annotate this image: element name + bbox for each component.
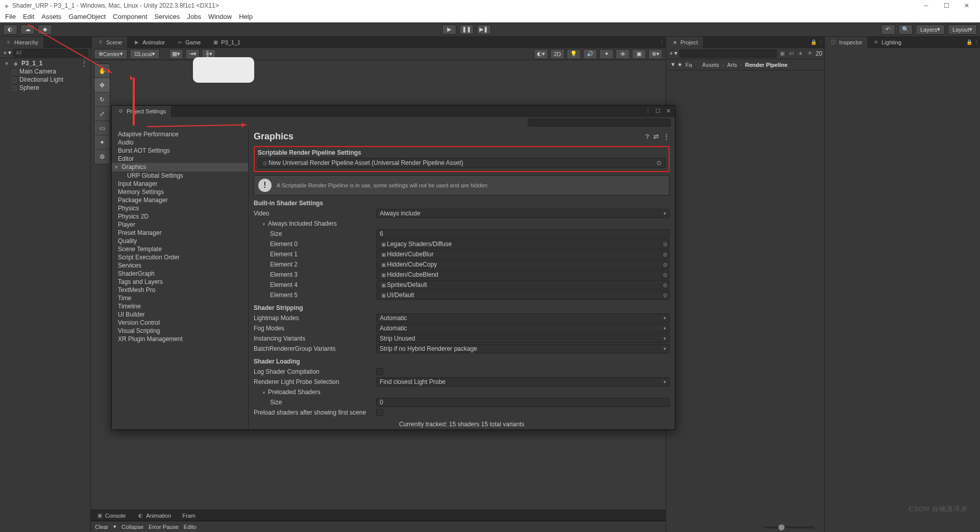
- sidebar-item-graphics[interactable]: ▼ Graphics: [112, 163, 248, 172]
- shader-field[interactable]: ▣Hidden/CubeBlend⊙: [376, 270, 670, 279]
- tab-menu-icon[interactable]: ⋮: [658, 39, 666, 46]
- preset-icon[interactable]: ⇄: [653, 133, 659, 140]
- undo-history-icon[interactable]: ↶: [881, 25, 895, 35]
- tab-menu-icon[interactable]: ⋮: [973, 39, 980, 46]
- space-dropdown[interactable]: ⊡Local ▾: [130, 49, 160, 59]
- account-icon[interactable]: ◐: [3, 25, 17, 35]
- close-button[interactable]: ✕: [957, 2, 977, 9]
- fx-toggle-icon[interactable]: ✦: [599, 49, 614, 59]
- sidebar-item[interactable]: Quality: [112, 237, 248, 245]
- main-menu-bar[interactable]: File Edit Assets GameObject Component Se…: [0, 11, 980, 22]
- lock-icon[interactable]: 🔒: [966, 39, 973, 46]
- layers-dropdown[interactable]: Layers ▾: [916, 25, 945, 35]
- maximize-icon[interactable]: ☐: [653, 107, 663, 116]
- object-picker-icon[interactable]: ⊙: [663, 293, 667, 298]
- tab-animator[interactable]: ▶Animator: [128, 37, 170, 48]
- project-tab[interactable]: ■Project: [666, 37, 703, 48]
- sidebar-item[interactable]: Editor: [112, 155, 248, 163]
- sidebar-item[interactable]: Scene Template: [112, 245, 248, 253]
- cloud-icon[interactable]: ☁: [20, 25, 35, 35]
- preloaded-size-field[interactable]: 0: [376, 398, 670, 407]
- editor-toggle[interactable]: Edito: [184, 524, 197, 530]
- rect-tool-icon[interactable]: ▭: [94, 121, 110, 135]
- sidebar-item-urp-global[interactable]: URP Global Settings: [112, 172, 248, 180]
- manage-icon[interactable]: ◆: [38, 25, 52, 35]
- menu-component[interactable]: Component: [113, 13, 147, 20]
- object-picker-icon[interactable]: ⊙: [655, 159, 663, 166]
- menu-file[interactable]: File: [5, 13, 16, 20]
- tab-game[interactable]: ∞Game: [171, 37, 206, 48]
- hidden-toggle-icon[interactable]: 👁: [616, 49, 630, 59]
- instancing-variants-dropdown[interactable]: Strip Unused: [376, 334, 670, 343]
- tab-scene-asset[interactable]: ▣P3_1_1: [207, 37, 246, 48]
- error-pause-toggle[interactable]: Error Pause: [149, 524, 179, 530]
- create-dropdown[interactable]: ＋▾: [668, 49, 677, 58]
- object-picker-icon[interactable]: ⊙: [663, 252, 667, 257]
- log-shader-compilation-checkbox[interactable]: [376, 368, 383, 375]
- draw-mode-icon[interactable]: ◐▾: [534, 49, 548, 59]
- lighting-toggle-icon[interactable]: 💡: [567, 49, 581, 59]
- close-icon[interactable]: ✕: [664, 107, 673, 116]
- tab-scene[interactable]: #Scene: [92, 37, 127, 48]
- always-included-header[interactable]: Always Included Shaders: [254, 220, 376, 227]
- sidebar-item[interactable]: XR Plugin Management: [112, 335, 248, 343]
- scale-tool-icon[interactable]: ⤢: [94, 107, 110, 121]
- hierarchy-item[interactable]: ⬚Sphere: [0, 84, 90, 92]
- project-search-input[interactable]: [679, 50, 777, 58]
- play-button[interactable]: ▶: [442, 25, 456, 35]
- renderer-light-probe-dropdown[interactable]: Find closest Light Probe: [376, 377, 670, 386]
- fog-modes-dropdown[interactable]: Automatic: [376, 324, 670, 333]
- filter-by-label-icon[interactable]: 🏷: [788, 50, 795, 57]
- sidebar-item[interactable]: Memory Settings: [112, 188, 248, 196]
- sidebar-item[interactable]: Adaptive Performance: [112, 130, 248, 138]
- sidebar-item[interactable]: Time: [112, 294, 248, 302]
- search-icon[interactable]: 🔍: [898, 25, 913, 35]
- hidden-count-icon[interactable]: 👁: [806, 50, 814, 57]
- settings-content[interactable]: Graphics ? ⇄ ⋮ Scriptable Render Pipelin…: [249, 128, 675, 429]
- sidebar-item[interactable]: Player: [112, 221, 248, 229]
- audio-toggle-icon[interactable]: 🔊: [583, 49, 597, 59]
- rotate-tool-icon[interactable]: ↻: [94, 92, 110, 107]
- camera-frame-icon[interactable]: ▣: [632, 49, 646, 59]
- settings-category-list[interactable]: Adaptive Performance Audio Burst AOT Set…: [112, 128, 249, 429]
- sidebar-item[interactable]: Input Manager: [112, 180, 248, 188]
- sidebar-item[interactable]: ShaderGraph: [112, 270, 248, 278]
- breadcrumb-item[interactable]: Assets: [702, 62, 719, 68]
- foldout-icon[interactable]: ▼: [3, 60, 10, 67]
- hierarchy-tab[interactable]: ≡ Hierarchy: [0, 37, 43, 48]
- menu-assets[interactable]: Assets: [41, 13, 61, 20]
- hierarchy-item[interactable]: ⬚Main Camera: [0, 67, 90, 76]
- sidebar-item[interactable]: Services: [112, 261, 248, 270]
- scene-row[interactable]: ▼ ◈ P3_1_1 ⋮: [0, 59, 90, 67]
- sidebar-item[interactable]: Tags and Layers: [112, 278, 248, 286]
- collapse-toggle[interactable]: Collapse: [121, 524, 143, 530]
- shader-field[interactable]: ▣UI/Default⊙: [376, 291, 670, 300]
- object-picker-icon[interactable]: ⊙: [663, 262, 667, 268]
- pause-button[interactable]: ❚❚: [459, 25, 474, 35]
- menu-window[interactable]: Window: [208, 13, 232, 20]
- tab-console[interactable]: ▣Console: [91, 510, 131, 521]
- foldout-icon[interactable]: ▼: [113, 164, 120, 171]
- sidebar-item[interactable]: Visual Scripting: [112, 327, 248, 335]
- preload-after-scene-checkbox[interactable]: [376, 409, 383, 416]
- sidebar-item[interactable]: Package Manager: [112, 196, 248, 204]
- breadcrumb-item[interactable]: Render Pipeline: [745, 62, 788, 68]
- shader-field[interactable]: ▣Sprites/Default⊙: [376, 280, 670, 289]
- sidebar-item[interactable]: Version Control: [112, 319, 248, 327]
- shader-field[interactable]: ▣Legacy Shaders/Diffuse⊙: [376, 239, 670, 249]
- save-search-icon[interactable]: ★: [797, 50, 804, 57]
- menu-gameobject[interactable]: GameObject: [68, 13, 106, 20]
- sidebar-item[interactable]: Physics: [112, 204, 248, 212]
- clear-button[interactable]: Clear: [95, 524, 108, 530]
- minimize-button[interactable]: ─: [916, 2, 936, 9]
- sidebar-item[interactable]: Script Execution Order: [112, 253, 248, 261]
- pivot-dropdown[interactable]: ⊕Center ▾: [94, 49, 128, 59]
- shader-field[interactable]: ▣Hidden/CubeCopy⊙: [376, 260, 670, 269]
- menu-jobs[interactable]: Jobs: [187, 13, 201, 20]
- sidebar-item[interactable]: Physics 2D: [112, 212, 248, 221]
- object-picker-icon[interactable]: ⊙: [663, 282, 667, 288]
- brg-variants-dropdown[interactable]: Strip if no Hybrid Renderer package: [376, 344, 670, 353]
- scene-menu-icon[interactable]: ⋮: [81, 60, 87, 67]
- move-tool-icon[interactable]: ✥: [94, 78, 110, 92]
- video-dropdown[interactable]: Always include: [376, 209, 670, 218]
